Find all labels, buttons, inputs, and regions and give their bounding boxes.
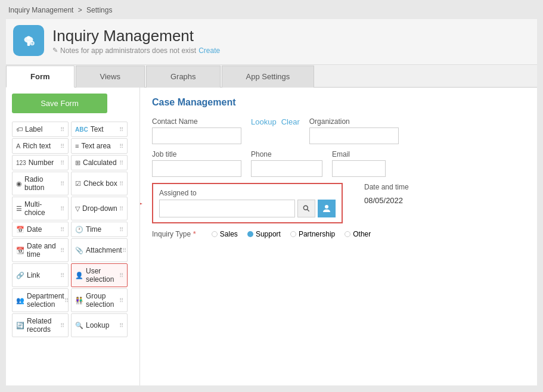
tag-icon: 🏷 xyxy=(16,126,23,133)
header-note: ✎ Notes for app administrators does not … xyxy=(52,46,220,55)
drag-handle: ⠿ xyxy=(64,297,69,304)
breadcrumb: Inquiry Management > Settings xyxy=(6,6,537,14)
inquiry-options: Sales Support Partnership Other xyxy=(212,230,371,238)
field-item-number[interactable]: 123 Number ⠿ xyxy=(12,155,69,170)
selected-radio-dot xyxy=(247,231,253,237)
field-row: 📅 Date ⠿ 🕐 Time ⠿ xyxy=(12,222,134,237)
contact-name-field: Contact Name xyxy=(152,117,241,144)
related-icon: 🔄 xyxy=(16,322,24,329)
search-button[interactable] xyxy=(297,200,315,217)
attachment-icon: 📎 xyxy=(75,247,83,254)
inquiry-type-group: Inquiry Type * xyxy=(152,229,196,238)
drag-handle: ⠿ xyxy=(119,297,123,304)
field-item-radio[interactable]: ◉ Radio button ⠿ xyxy=(12,172,69,195)
field-item-checkbox[interactable]: ☑ Check box ⠿ xyxy=(71,172,128,195)
email-input[interactable] xyxy=(332,160,386,177)
save-form-button[interactable]: Save Form xyxy=(12,94,107,113)
field-item-department[interactable]: 👥 Department selection ⠿ xyxy=(12,288,69,312)
form-title: Case Management xyxy=(152,97,525,108)
field-row: 🔗 Link ⠿ 👤 User selection ⠿ xyxy=(12,263,134,287)
required-indicator: * xyxy=(193,229,196,238)
form-row-contact: Contact Name Lookup Clear Organization xyxy=(152,117,525,144)
tab-form[interactable]: Form xyxy=(6,66,75,88)
tab-app-settings[interactable]: App Settings xyxy=(222,66,315,88)
field-row: 👥 Department selection ⠿ 👫 Group selecti… xyxy=(12,288,134,312)
lookup-clear-group: Lookup Clear xyxy=(251,117,300,129)
field-row: 123 Number ⠿ ⊞ Calculated ⠿ xyxy=(12,155,134,170)
user-icon: 👤 xyxy=(75,272,83,279)
field-row: 🏷 Label ⠿ ABC Text ⠿ xyxy=(12,122,134,137)
user-select-button[interactable] xyxy=(318,200,336,217)
field-item-text-area[interactable]: ≡ Text area ⠿ xyxy=(71,138,128,154)
phone-field: Phone xyxy=(251,150,322,177)
form-preview: Case Management Contact Name Lookup Clea… xyxy=(140,88,537,385)
drag-handle: ⠿ xyxy=(60,143,64,150)
lookup-button[interactable]: Lookup xyxy=(251,117,277,126)
field-item-related[interactable]: 🔄 Related records ⠿ xyxy=(12,313,69,337)
field-item-date[interactable]: 📅 Date ⠿ xyxy=(12,222,69,237)
dropdown-icon: ▽ xyxy=(75,205,80,213)
multichoice-icon: ☰ xyxy=(16,205,22,213)
field-item-group[interactable]: 👫 Group selection ⠿ xyxy=(71,288,128,312)
field-item-time[interactable]: 🕐 Time ⠿ xyxy=(71,222,128,237)
app-header: ? Inquiry Management ✎ Notes for app adm… xyxy=(6,19,537,65)
main-area: Form Views Graphs App Settings Save Form… xyxy=(6,65,537,385)
drag-handle: ⠿ xyxy=(119,181,123,187)
radio-icon: ◉ xyxy=(16,180,22,188)
field-item-date-time[interactable]: 📆 Date and time ⠿ xyxy=(12,238,69,262)
svg-point-5 xyxy=(303,206,308,210)
svg-point-1 xyxy=(27,36,30,40)
assigned-to-input[interactable] xyxy=(159,200,295,217)
organization-input[interactable] xyxy=(309,127,399,144)
organization-field: Organization xyxy=(309,117,399,144)
field-item-label[interactable]: 🏷 Label ⠿ xyxy=(12,122,69,137)
option-other: Other xyxy=(345,230,371,238)
svg-point-7 xyxy=(325,205,328,209)
phone-input[interactable] xyxy=(251,160,322,177)
field-item-text[interactable]: ABC Text ⠿ xyxy=(71,122,128,137)
note-icon: ✎ xyxy=(52,46,58,54)
richtext-icon: A xyxy=(16,142,20,150)
field-item-attachment[interactable]: 📎 Attachment ⠿ xyxy=(71,238,128,262)
breadcrumb-item-0: Inquiry Management xyxy=(8,6,73,14)
drag-handle: ⠿ xyxy=(60,322,64,329)
form-row-job: Job title Phone Email xyxy=(152,150,525,177)
field-row: ☰ Multi-choice ⠿ ▽ Drop-down ⠿ xyxy=(12,197,134,220)
drag-handle: ⠿ xyxy=(119,272,123,279)
create-link[interactable]: Create xyxy=(198,46,220,55)
note-text: Notes for app administrators does not ex… xyxy=(60,46,196,55)
email-field: Email xyxy=(332,150,386,177)
field-item-lookup[interactable]: 🔍 Lookup ⠿ xyxy=(71,313,128,337)
clear-button[interactable]: Clear xyxy=(281,117,300,126)
drag-handle: ⠿ xyxy=(122,247,126,254)
job-title-label: Job title xyxy=(152,150,241,158)
field-item-user-selection[interactable]: 👤 User selection ⠿ xyxy=(71,263,128,287)
phone-label: Phone xyxy=(251,150,322,158)
header-text: Inquiry Management ✎ Notes for app admin… xyxy=(52,27,220,55)
field-item-rich-text[interactable]: A Rich text ⠿ xyxy=(12,138,69,154)
field-item-dropdown[interactable]: ▽ Drop-down ⠿ xyxy=(71,197,128,220)
field-item-link[interactable]: 🔗 Link ⠿ xyxy=(12,263,69,287)
job-title-input[interactable] xyxy=(152,160,241,177)
tab-views[interactable]: Views xyxy=(76,66,145,88)
date-time-field: Date and time 08/05/2022 xyxy=(364,183,409,208)
tab-graphs[interactable]: Graphs xyxy=(146,66,221,88)
drag-handle: ⠿ xyxy=(60,181,64,187)
dept-icon: 👥 xyxy=(16,297,24,304)
drag-handle: ⠿ xyxy=(60,206,64,212)
field-item-calculated[interactable]: ⊞ Calculated ⠿ xyxy=(71,155,128,170)
breadcrumb-item-1: Settings xyxy=(86,6,112,14)
group-icon: 👫 xyxy=(75,297,83,304)
job-title-field: Job title xyxy=(152,150,241,177)
content-area: Save Form 🏷 Label ⠿ ABC Text ⠿ xyxy=(6,88,537,385)
svg-text:?: ? xyxy=(31,42,33,45)
date-time-label: Date and time xyxy=(364,183,409,191)
field-item-multi-choice[interactable]: ☰ Multi-choice ⠿ xyxy=(12,197,69,220)
drag-handle: ⠿ xyxy=(60,160,64,166)
app-icon: ? xyxy=(13,25,44,56)
drag-handle: ⠿ xyxy=(119,143,123,150)
assigned-input-row xyxy=(159,200,336,217)
contact-name-input[interactable] xyxy=(152,127,241,144)
drag-handle: ⠿ xyxy=(119,226,123,233)
textarea-icon: ≡ xyxy=(75,142,79,150)
